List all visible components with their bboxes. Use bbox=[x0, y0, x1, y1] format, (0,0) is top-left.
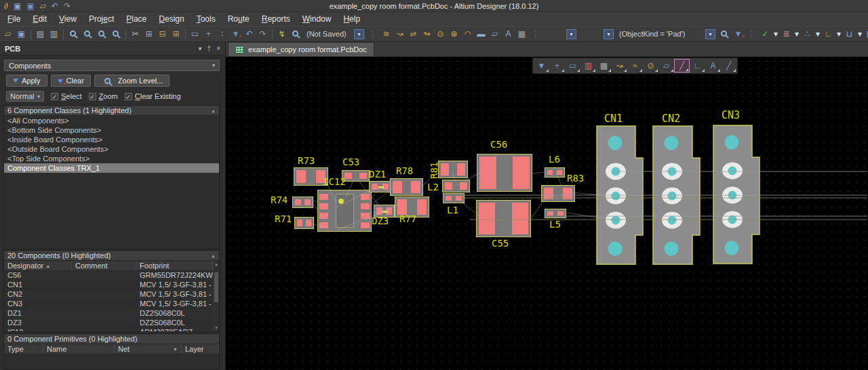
pcb-component-C55[interactable] bbox=[476, 200, 531, 237]
table-row[interactable]: C56GRM55DR72J224KW0 bbox=[4, 271, 213, 281]
class-item[interactable]: <Top Side Components> bbox=[4, 154, 219, 163]
scroll-up-icon[interactable]: ▲ bbox=[214, 262, 219, 266]
cross-probe-icon[interactable]: ↯ bbox=[275, 28, 288, 40]
pcb-component-DZ1[interactable] bbox=[369, 181, 391, 192]
pin-icon[interactable]: † bbox=[208, 45, 212, 52]
menu-file[interactable]: File bbox=[1, 13, 26, 25]
class-item[interactable]: <Bottom Side Components> bbox=[4, 125, 219, 135]
panel-menu-icon[interactable]: ▾ bbox=[199, 45, 202, 52]
checkbox-clear-existing[interactable]: ✓Clear Existing bbox=[125, 92, 181, 100]
clear-filter-icon[interactable]: ▼× bbox=[229, 28, 242, 40]
components-header[interactable]: 20 Components (0 Highlighted) ▲ bbox=[4, 251, 219, 261]
column-header-footprint[interactable]: Footprint bbox=[136, 261, 213, 270]
class-item[interactable]: <Outside Board Components> bbox=[4, 144, 219, 154]
pcb-component-L2[interactable] bbox=[442, 180, 470, 192]
select-area-icon[interactable]: ▭ bbox=[565, 59, 580, 73]
place-component-icon[interactable]: ▦ bbox=[596, 59, 612, 73]
place-via-icon[interactable]: ⊕ bbox=[448, 28, 460, 40]
scroll-down-icon[interactable]: ▼ bbox=[214, 326, 219, 330]
pcb-canvas[interactable]: ▼+▭▥▦↝≈⊙▱╱∟A╱ R73C53IC12DZ1R78R81L2L1R74… bbox=[226, 57, 868, 370]
find-similar-icon[interactable]: ∴ bbox=[801, 28, 814, 40]
grip-handle[interactable]: ⋮ bbox=[745, 28, 758, 40]
place-via-icon[interactable]: ⊙ bbox=[643, 59, 658, 73]
checkbox-box[interactable]: ✓ bbox=[51, 93, 58, 100]
measure-dropdown-arrow[interactable]: ▾ bbox=[772, 28, 779, 40]
column-header-name[interactable]: Name bbox=[43, 344, 115, 354]
save-all-icon[interactable]: ▣ bbox=[26, 1, 34, 12]
column-header-designator[interactable]: Designator▲ bbox=[4, 261, 72, 270]
interactive-route-icon[interactable]: ↝ bbox=[393, 28, 406, 40]
board-filter-icon[interactable]: ▼ bbox=[534, 59, 549, 73]
primitives-header[interactable]: 0 Component Primitives (0 Highlighted) bbox=[4, 334, 219, 344]
menu-project[interactable]: Project bbox=[83, 13, 120, 25]
checkbox-box[interactable]: ✓ bbox=[89, 93, 96, 100]
trace-icon[interactable]: ╱ bbox=[674, 59, 690, 73]
apply-button[interactable]: Apply bbox=[6, 75, 47, 87]
mask-mode-dropdown[interactable]: Normal ▾ bbox=[6, 91, 44, 102]
grip-handle[interactable]: ⋮ bbox=[366, 28, 379, 40]
table-row[interactable]: CN1MCV 1,5/ 3-GF-3,81 - 1 bbox=[4, 281, 213, 290]
place-line-icon[interactable]: ╱ bbox=[721, 59, 736, 73]
tune-icon[interactable]: ≈ bbox=[627, 59, 643, 73]
measure-icon[interactable]: ∟ bbox=[690, 59, 705, 73]
pcb-component-R71[interactable] bbox=[294, 217, 314, 229]
pcb-component-CN1[interactable] bbox=[597, 126, 643, 264]
place-polygon-icon[interactable]: ▱ bbox=[658, 59, 674, 73]
cut-icon[interactable]: ✂ bbox=[129, 28, 142, 40]
table-row[interactable]: IC12ADM3078EARZ bbox=[4, 328, 213, 332]
paste-icon[interactable]: ⊟ bbox=[156, 28, 169, 40]
crosshair-icon[interactable]: + bbox=[549, 59, 565, 73]
routing-dropdown[interactable]: ▾ bbox=[354, 29, 364, 39]
pcb-component-R78[interactable] bbox=[390, 178, 423, 196]
place-fill-icon[interactable]: ▬ bbox=[475, 28, 488, 40]
filter-history-dropdown[interactable]: ▾ bbox=[566, 29, 576, 39]
collapse-icon[interactable]: ▲ bbox=[211, 108, 216, 113]
table-row[interactable]: CN3MCV 1,5/ 3-GF-3,81 - 1 bbox=[4, 300, 213, 309]
classes-header[interactable]: 6 Component Classes (1 Highlighted) ▲ bbox=[4, 106, 219, 116]
zoom-area-icon[interactable] bbox=[81, 28, 94, 40]
utility-dropdown[interactable]: ▾ bbox=[705, 29, 715, 39]
print-icon[interactable]: ▤ bbox=[34, 28, 47, 40]
collapse-icon[interactable]: ▲ bbox=[211, 253, 216, 258]
column-header-net[interactable]: Net▼ bbox=[115, 344, 182, 354]
menu-edit[interactable]: Edit bbox=[26, 13, 53, 25]
smart-route-icon[interactable]: ↬ bbox=[420, 28, 433, 40]
dimension-dropdown-arrow[interactable]: ▾ bbox=[835, 28, 842, 40]
panel-mode-dropdown[interactable]: Components ▾ bbox=[4, 60, 220, 71]
place-string-icon[interactable]: A bbox=[502, 28, 515, 40]
menu-view[interactable]: View bbox=[53, 13, 83, 25]
pcb-component-R83[interactable] bbox=[541, 185, 575, 202]
column-header-type[interactable]: Type bbox=[4, 344, 43, 354]
redo-icon[interactable]: ↷ bbox=[64, 1, 71, 12]
clear-button[interactable]: × Clear bbox=[51, 75, 91, 87]
close-icon[interactable]: × bbox=[216, 45, 220, 52]
layer-tools-icon[interactable]: ≣ bbox=[780, 28, 793, 40]
zoom-selected-icon[interactable] bbox=[95, 28, 108, 40]
menu-window[interactable]: Window bbox=[296, 13, 338, 25]
union-tools-icon[interactable]: ⊔ bbox=[843, 28, 856, 40]
measure-tools-icon[interactable]: ✓ bbox=[759, 28, 772, 40]
column-header-layer[interactable]: Layer bbox=[182, 344, 219, 354]
union-dropdown-arrow[interactable]: ▾ bbox=[856, 28, 863, 40]
place-polygon-icon[interactable]: ▱ bbox=[488, 28, 501, 40]
find-dropdown-arrow[interactable]: ▾ bbox=[814, 28, 821, 40]
pcb-component-CN3[interactable] bbox=[713, 125, 760, 264]
copy-icon[interactable]: ⊞ bbox=[142, 28, 155, 40]
layer-dropdown-arrow[interactable]: ▾ bbox=[793, 28, 800, 40]
grip-handle[interactable]: ⋮ bbox=[529, 28, 542, 40]
pcb-component-CN2[interactable] bbox=[653, 126, 700, 264]
paste-array-icon[interactable]: ⊞ bbox=[170, 28, 182, 40]
table-row[interactable]: DZ1DZ2S068C0L bbox=[4, 309, 213, 318]
checkbox-box[interactable]: ✓ bbox=[125, 93, 132, 100]
magnify-document-icon[interactable] bbox=[289, 28, 302, 40]
scrollbar-thumb[interactable] bbox=[214, 272, 218, 302]
diff-pair-route-icon[interactable]: ⇌ bbox=[407, 28, 420, 40]
menu-help[interactable]: Help bbox=[337, 13, 366, 25]
menu-design[interactable]: Design bbox=[153, 13, 190, 25]
redo-icon[interactable]: ↷ bbox=[256, 28, 269, 40]
pcb-component-L6[interactable] bbox=[545, 167, 565, 178]
pad-stack-icon[interactable]: ▥ bbox=[580, 59, 596, 73]
table-row[interactable]: DZ3DZ2S068C0L bbox=[4, 318, 213, 328]
column-header-comment[interactable]: Comment bbox=[72, 261, 136, 270]
pcb-component-C53[interactable] bbox=[342, 170, 370, 182]
